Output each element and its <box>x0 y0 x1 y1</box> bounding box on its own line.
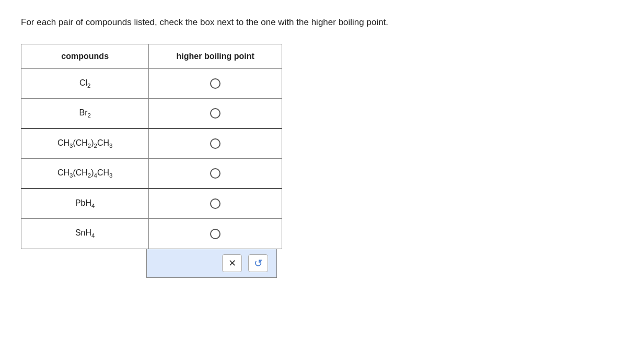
instruction-text: For each pair of compounds listed, check… <box>21 16 606 29</box>
action-bar: ✕ ↺ <box>146 249 277 278</box>
main-content: compounds higher boiling point Cl2 Br2 C… <box>21 44 282 278</box>
radio-cell-pbh4 <box>149 189 282 219</box>
reset-button[interactable]: ↺ <box>248 254 268 272</box>
header-boiling: higher boiling point <box>149 44 282 68</box>
table-row: PbH4 <box>21 189 282 219</box>
radio-cell-br2 <box>149 98 282 128</box>
radio-snh4[interactable] <box>210 229 220 239</box>
compound-br2: Br2 <box>21 98 149 128</box>
radio-cell-cl2 <box>149 68 282 98</box>
compound-snh4: SnH4 <box>21 219 149 249</box>
table-row: CH3(CH2)4CH3 <box>21 159 282 189</box>
radio-cl2[interactable] <box>210 78 220 89</box>
radio-pbh4[interactable] <box>210 198 220 209</box>
radio-br2[interactable] <box>210 108 220 119</box>
radio-butane[interactable] <box>210 138 220 149</box>
header-compounds: compounds <box>21 44 149 68</box>
radio-cell-butane <box>149 128 282 159</box>
table-row: CH3(CH2)2CH3 <box>21 128 282 159</box>
compounds-table: compounds higher boiling point Cl2 Br2 C… <box>21 44 282 249</box>
table-row: SnH4 <box>21 219 282 249</box>
compound-pbh4: PbH4 <box>21 189 149 219</box>
compound-cl2: Cl2 <box>21 68 149 98</box>
radio-cell-snh4 <box>149 219 282 249</box>
radio-cell-hexane <box>149 159 282 189</box>
radio-hexane[interactable] <box>210 168 220 179</box>
table-row: Cl2 <box>21 68 282 98</box>
table-row: Br2 <box>21 98 282 128</box>
compound-hexane: CH3(CH2)4CH3 <box>21 159 149 189</box>
compound-butane: CH3(CH2)2CH3 <box>21 128 149 159</box>
clear-button[interactable]: ✕ <box>222 254 242 272</box>
